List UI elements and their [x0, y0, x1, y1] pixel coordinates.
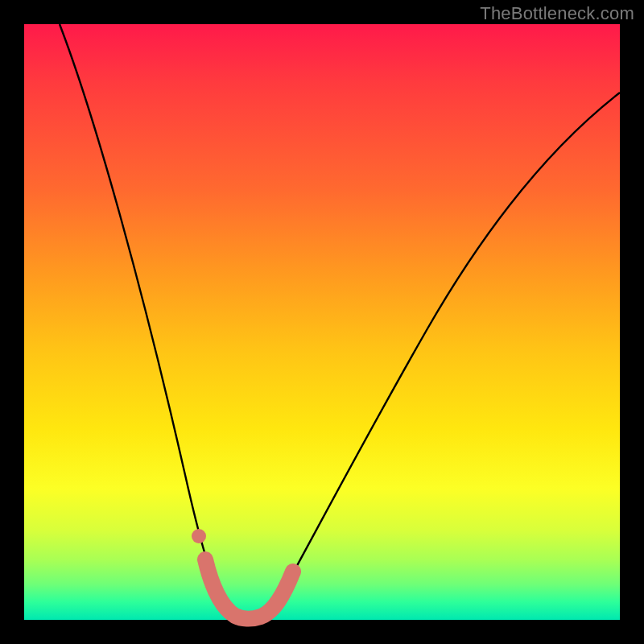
curve-layer	[24, 24, 620, 620]
plot-area	[24, 24, 620, 620]
highlight-band	[205, 559, 293, 619]
highlight-dot	[192, 529, 206, 543]
chart-frame: TheBottleneck.com	[0, 0, 644, 644]
bottleneck-curve	[60, 24, 620, 618]
watermark-text: TheBottleneck.com	[480, 3, 634, 24]
